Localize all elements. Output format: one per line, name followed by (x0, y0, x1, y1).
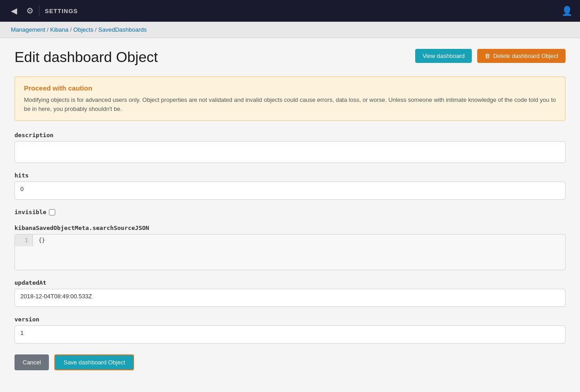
hits-section: hits 0 (14, 172, 566, 200)
invisible-checkbox[interactable] (49, 209, 55, 215)
breadcrumb: Management / Kibana / Objects / SavedDas… (0, 22, 580, 38)
kibana-meta-label: kibanaSavedObjectMeta.searchSourceJSON (14, 225, 566, 231)
description-label: description (14, 132, 566, 139)
form-actions: Cancel Save dashboard Object (14, 354, 566, 381)
trash-icon: 🗑 (484, 53, 490, 59)
main-content: Edit dashboard Object View dashboard 🗑 D… (0, 38, 580, 392)
top-nav: ◀ ⚙ SETTINGS 👤 (0, 0, 580, 22)
line-content-1: {} (33, 234, 565, 246)
warning-title: Proceed with caution (24, 84, 556, 92)
breadcrumb-objects[interactable]: Objects (73, 26, 93, 33)
kibana-meta-editor[interactable]: 1 {} (14, 234, 566, 270)
back-button[interactable]: ◀ (7, 4, 21, 18)
line-number-1: 1 (15, 234, 33, 246)
description-input[interactable] (14, 141, 566, 163)
updated-at-value: 2018-12-04T08:49:00.533Z (14, 289, 566, 307)
updated-at-section: updatedAt 2018-12-04T08:49:00.533Z (14, 279, 566, 307)
invisible-label: invisible (14, 209, 46, 215)
warning-box: Proceed with caution Modifying objects i… (14, 76, 566, 121)
version-label: version (14, 316, 566, 323)
breadcrumb-kibana[interactable]: Kibana (50, 26, 68, 33)
header-actions: View dashboard 🗑 Delete dashboard Object (415, 49, 566, 63)
page-header: Edit dashboard Object View dashboard 🗑 D… (14, 49, 566, 66)
gear-icon: ⚙ (26, 6, 34, 16)
version-section: version 1 (14, 316, 566, 344)
delete-dashboard-button[interactable]: 🗑 Delete dashboard Object (477, 49, 566, 63)
delete-dashboard-label: Delete dashboard Object (493, 53, 558, 59)
nav-divider (39, 5, 39, 16)
kibana-meta-section: kibanaSavedObjectMeta.searchSourceJSON 1… (14, 225, 566, 270)
save-dashboard-button[interactable]: Save dashboard Object (54, 354, 134, 370)
breadcrumb-sep-3: / (95, 26, 98, 33)
code-line-1: 1 {} (15, 234, 565, 246)
breadcrumb-sep-1: / (47, 26, 50, 33)
warning-text: Modifying objects is for advanced users … (24, 96, 556, 113)
user-icon: 👤 (561, 5, 573, 16)
breadcrumb-saved-dashboards[interactable]: SavedDashboards (98, 26, 147, 33)
updated-at-label: updatedAt (14, 279, 566, 286)
breadcrumb-sep-2: / (70, 26, 73, 33)
version-value: 1 (14, 325, 566, 344)
page-title: Edit dashboard Object (14, 49, 158, 66)
nav-title: SETTINGS (45, 8, 78, 14)
view-dashboard-button[interactable]: View dashboard (415, 49, 472, 63)
hits-label: hits (14, 172, 566, 179)
code-editor-empty (15, 246, 565, 264)
hits-value: 0 (14, 182, 566, 200)
breadcrumb-management[interactable]: Management (11, 26, 45, 33)
invisible-section: invisible (14, 209, 566, 215)
description-section: description (14, 132, 566, 163)
cancel-button[interactable]: Cancel (14, 354, 49, 370)
